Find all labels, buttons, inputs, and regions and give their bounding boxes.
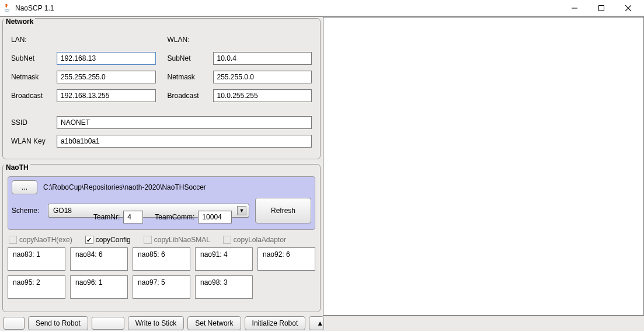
close-button[interactable] (615, 0, 642, 16)
teamnr-label: TeamNr: (93, 213, 120, 221)
naoth-group: NaoTH ... C:\RoboCup\Repositories\naoth-… (2, 164, 321, 312)
lan-netmask-label: Netmask (11, 73, 57, 81)
send-to-robot-button[interactable]: Send to Robot (28, 316, 88, 330)
bottom-toolbar: Send to Robot Write to Stick Set Network… (0, 316, 644, 331)
robot-cell[interactable]: nao85: 6 (133, 247, 190, 271)
robot-cell[interactable]: nao95: 2 (8, 275, 65, 299)
wlan-subnet-label: SubNet (168, 54, 213, 62)
scheme-value: GO18 (53, 207, 72, 215)
teamcomm-input[interactable] (198, 211, 232, 223)
wlan-heading: WLAN: (168, 36, 213, 44)
naoth-title: NaoTH (4, 163, 30, 172)
wlankey-input[interactable] (57, 135, 312, 148)
robot-cell[interactable]: nao84: 6 (70, 247, 128, 271)
window-title: NaoSCP 1.1 (15, 4, 54, 12)
java-app-icon (2, 4, 12, 13)
robot-cell[interactable]: nao91: 4 (195, 247, 253, 271)
wlan-broadcast-input[interactable] (213, 89, 312, 102)
empty-slot[interactable] (4, 317, 25, 330)
wlankey-label: WLAN Key (11, 137, 57, 145)
lan-netmask-input[interactable] (57, 71, 156, 83)
ssid-input[interactable] (57, 116, 312, 129)
minimize-button[interactable] (561, 0, 588, 16)
maximize-button[interactable] (588, 0, 615, 16)
left-pane: Network LAN: SubNet Netmask (0, 17, 323, 316)
naoth-config-panel: ... C:\RoboCup\Repositories\naoth-2020\N… (8, 176, 315, 230)
robot-cell[interactable]: nao97: 5 (133, 275, 190, 299)
browse-button[interactable]: ... (12, 180, 37, 194)
teamnr-input[interactable] (123, 211, 143, 223)
robot-cell[interactable]: nao96: 1 (70, 275, 128, 299)
robot-cell[interactable]: nao92: 6 (257, 247, 315, 271)
robot-cell[interactable]: nao98: 3 (195, 275, 253, 299)
scheme-label: Scheme: (12, 207, 43, 215)
lan-broadcast-label: Broadcast (11, 92, 57, 100)
initialize-robot-button[interactable]: Initialize Robot (245, 316, 306, 330)
write-to-stick-button[interactable]: Write to Stick (128, 316, 184, 330)
wlan-netmask-input[interactable] (213, 71, 312, 83)
set-network-button[interactable]: Set Network (187, 316, 241, 330)
refresh-button[interactable]: Refresh (255, 198, 311, 223)
lan-broadcast-input[interactable] (57, 89, 156, 102)
copy-naoth-check[interactable]: copyNaoTH(exe) (9, 236, 72, 244)
expand-up-button[interactable]: ▲ (309, 316, 324, 330)
titlebar: NaoSCP 1.1 (0, 0, 644, 16)
teamcomm-label: TeamComm: (155, 213, 194, 221)
network-title: Network (4, 18, 35, 26)
copy-config-check[interactable]: ✔ copyConfig (85, 236, 131, 244)
svg-rect-1 (599, 5, 604, 11)
repo-path: C:\RoboCup\Repositories\naoth-2020\NaoTH… (43, 183, 206, 191)
checkbox-icon: ✔ (85, 236, 93, 244)
lan-heading: LAN: (11, 36, 57, 44)
robot-grid: nao83: 1 nao84: 6 nao85: 6 nao91: 4 nao9… (8, 247, 315, 299)
wlan-subnet-input[interactable] (213, 52, 312, 65)
checkbox-icon (9, 236, 17, 244)
wlan-broadcast-label: Broadcast (168, 92, 213, 100)
log-pane[interactable] (323, 17, 644, 316)
lan-subnet-label: SubNet (11, 54, 57, 62)
copy-lib-check[interactable]: copyLibNaoSMAL (144, 236, 210, 244)
robot-cell[interactable]: nao83: 1 (8, 247, 65, 271)
ssid-label: SSID (11, 118, 57, 127)
checkbox-icon (223, 236, 231, 244)
chevron-down-icon: ▼ (237, 206, 246, 215)
checkbox-icon (144, 236, 152, 244)
wlan-netmask-label: Netmask (168, 73, 213, 81)
copy-lola-check[interactable]: copyLolaAdaptor (223, 236, 286, 244)
lan-subnet-input[interactable] (57, 52, 156, 65)
empty-slot[interactable] (92, 317, 124, 330)
network-group: Network LAN: SubNet Netmask (2, 18, 321, 159)
